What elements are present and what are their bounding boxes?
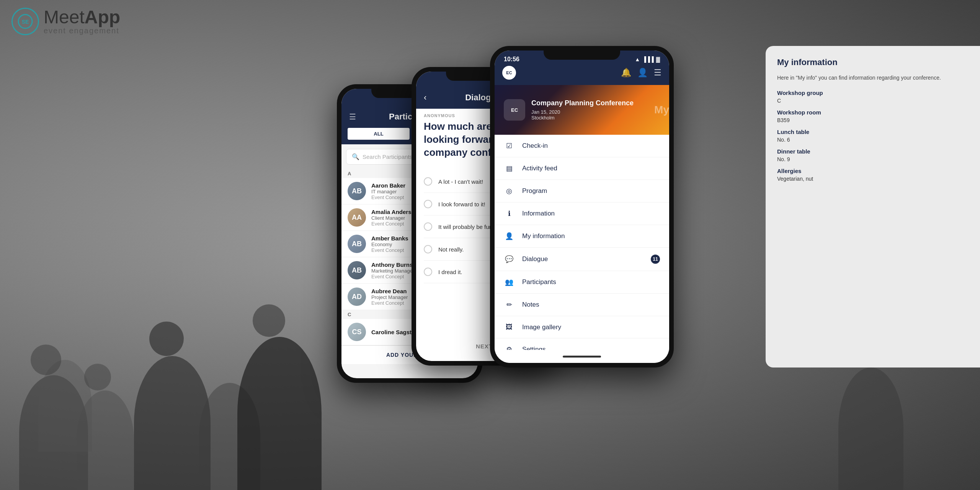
event-location: Stockholm xyxy=(531,115,634,121)
avatar-amalia: AA xyxy=(348,208,366,227)
logo-subtitle: event engagement xyxy=(44,26,120,35)
my-info-intro: Here in "My info" you can find informati… xyxy=(777,74,969,82)
answer-label-2: I look forward to it! xyxy=(438,201,485,207)
avatar-caroline: CS xyxy=(348,323,366,341)
my-info-label: My information xyxy=(522,232,660,240)
dialogue-icon: 💬 xyxy=(504,255,514,263)
answer-label-5: I dread it. xyxy=(438,269,462,275)
notes-label: Notes xyxy=(522,301,660,309)
settings-icon: ⚙ xyxy=(504,345,514,350)
notes-icon: ✏ xyxy=(504,301,514,309)
gallery-label: Image gallery xyxy=(522,323,660,331)
my-info-panel-title: My information xyxy=(777,57,969,67)
event-card-info: Company Planning Conference Jan 15, 2020… xyxy=(531,99,634,121)
menu-item-checkin[interactable]: ☑ Check-in xyxy=(495,135,669,157)
battery-icon: ▓ xyxy=(656,56,660,62)
menu-top-bar: EC 🔔 👤 ☰ xyxy=(495,63,669,85)
event-date: Jan 15, 2020 xyxy=(531,109,634,115)
menu-item-program[interactable]: ◎ Program xyxy=(495,180,669,203)
workshop-group-value: C xyxy=(777,98,969,104)
logo-text: MeetApp event engagement xyxy=(44,8,120,35)
dialogue-badge: 11 xyxy=(651,255,660,264)
event-card-logo: EC xyxy=(504,99,525,121)
event-card: EC Company Planning Conference Jan 15, 2… xyxy=(495,85,669,135)
workshop-room-value: B359 xyxy=(777,117,969,123)
menu-item-my-information[interactable]: 👤 My information xyxy=(495,225,669,248)
lunch-table-label: Lunch table xyxy=(777,129,969,135)
program-label: Program xyxy=(522,187,660,195)
avatar-amber: AB xyxy=(348,235,366,253)
signal-icon: ▐▐▐ xyxy=(642,56,654,62)
radio-2 xyxy=(424,200,432,208)
profile-icon[interactable]: 👤 xyxy=(637,68,648,78)
checkin-icon: ☑ xyxy=(504,142,514,150)
avatar-anthony: AB xyxy=(348,261,366,279)
menu-icon[interactable]: ☰ xyxy=(654,68,662,78)
settings-label: Settings xyxy=(522,346,660,350)
dinner-table-label: Dinner table xyxy=(777,148,969,155)
participants-label: Participants xyxy=(522,278,660,286)
logo-icon: SE xyxy=(11,8,39,35)
svg-text:SE: SE xyxy=(22,19,29,25)
answer-label-3: It will probably be fun. xyxy=(438,224,494,230)
phone-menu: 10:56 ▲ ▐▐▐ ▓ EC 🔔 👤 ☰ xyxy=(490,46,674,368)
menu-item-notes[interactable]: ✏ Notes xyxy=(495,294,669,316)
status-icons: ▲ ▐▐▐ ▓ xyxy=(635,56,660,62)
dialogue-label: Dialogue xyxy=(522,255,643,263)
my-label: My xyxy=(654,104,669,116)
search-icon: 🔍 xyxy=(352,153,359,160)
my-info-icon: 👤 xyxy=(504,232,514,240)
menu-screen: 10:56 ▲ ▐▐▐ ▓ EC 🔔 👤 ☰ xyxy=(495,51,669,363)
menu-item-activity-feed[interactable]: ▤ Activity feed xyxy=(495,157,669,180)
tab-all[interactable]: ALL xyxy=(348,128,410,140)
gallery-icon: 🖼 xyxy=(504,323,514,331)
answer-label-1: A lot - I can't wait! xyxy=(438,178,483,185)
menu-item-settings[interactable]: ⚙ Settings xyxy=(495,338,669,350)
answer-label-4: Not really. xyxy=(438,246,464,253)
program-icon: ◎ xyxy=(504,187,514,195)
status-bar: 10:56 ▲ ▐▐▐ ▓ xyxy=(495,51,669,63)
allergies-value: Vegetarian, nut xyxy=(777,176,969,182)
allergies-label: Allergies xyxy=(777,168,969,174)
home-indicator xyxy=(495,350,669,363)
information-label: Information xyxy=(522,210,660,217)
avatar-aubree: AD xyxy=(348,287,366,306)
wifi-icon: ▲ xyxy=(635,56,640,62)
notifications-icon[interactable]: 🔔 xyxy=(621,68,631,78)
participants-icon: 👥 xyxy=(504,278,514,286)
home-bar xyxy=(563,356,601,358)
workshop-group-label: Workshop group xyxy=(777,90,969,96)
radio-4 xyxy=(424,245,432,253)
top-bar-icons: 🔔 👤 ☰ xyxy=(621,68,662,78)
menu-item-information[interactable]: ℹ Information xyxy=(495,203,669,225)
status-time: 10:56 xyxy=(504,56,519,63)
activity-feed-icon: ▤ xyxy=(504,164,514,173)
logo-title: MeetApp xyxy=(44,8,120,26)
avatar-aaron-baker: AB xyxy=(348,182,366,200)
information-icon: ℹ xyxy=(504,209,514,218)
checkin-label: Check-in xyxy=(522,142,660,150)
back-arrow-icon[interactable]: ‹ xyxy=(424,93,426,103)
event-logo-small: EC xyxy=(502,66,516,80)
my-info-panel: My information Here in "My info" you can… xyxy=(766,46,980,368)
workshop-room-label: Workshop room xyxy=(777,109,969,116)
logo-container: SE MeetApp event engagement xyxy=(11,8,120,35)
radio-1 xyxy=(424,177,432,186)
menu-list: ☑ Check-in ▤ Activity feed ◎ Program ℹ I… xyxy=(495,135,669,350)
menu-item-dialogue[interactable]: 💬 Dialogue 11 xyxy=(495,248,669,271)
activity-feed-label: Activity feed xyxy=(522,165,660,172)
menu-item-image-gallery[interactable]: 🖼 Image gallery xyxy=(495,316,669,338)
hamburger-icon[interactable]: ☰ xyxy=(349,112,356,121)
search-placeholder-text: Search Participants xyxy=(363,154,412,160)
event-title: Company Planning Conference xyxy=(531,99,634,108)
dinner-table-value: No. 9 xyxy=(777,156,969,162)
lunch-table-value: No. 6 xyxy=(777,137,969,143)
radio-3 xyxy=(424,222,432,231)
radio-5 xyxy=(424,268,432,276)
menu-item-participants[interactable]: 👥 Participants xyxy=(495,271,669,294)
